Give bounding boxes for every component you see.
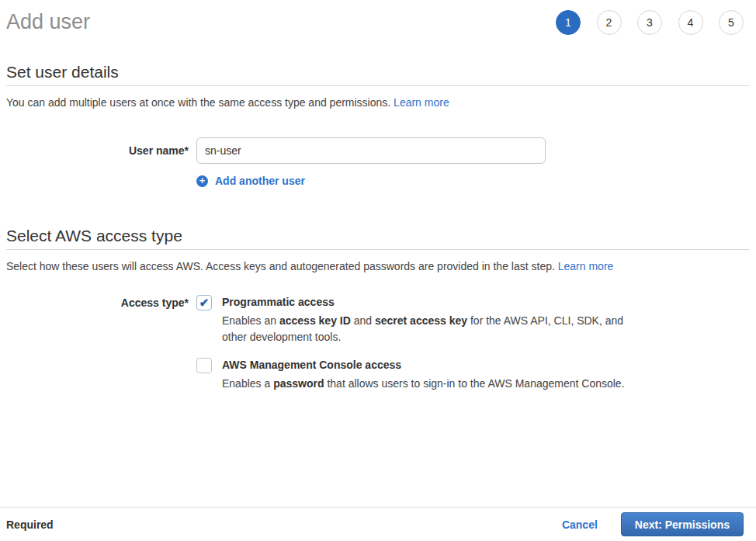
console-access-desc: Enables a password that allows users to …	[222, 376, 625, 392]
access-type-description-text: Select how these users will access AWS. …	[6, 260, 555, 272]
next-permissions-button[interactable]: Next: Permissions	[621, 512, 744, 536]
user-details-learn-more-link[interactable]: Learn more	[394, 96, 449, 109]
user-name-input[interactable]	[196, 137, 546, 164]
add-another-user-label: Add another user	[215, 175, 305, 187]
required-label: Required	[6, 518, 54, 531]
user-details-heading: Set user details	[6, 62, 750, 86]
desc-part: Enables an	[222, 314, 279, 327]
check-icon: ✔	[199, 297, 210, 308]
access-type-heading: Select AWS access type	[6, 226, 750, 250]
cancel-button[interactable]: Cancel	[562, 518, 598, 531]
access-type-label: Access type*	[6, 295, 189, 392]
access-type-description: Select how these users will access AWS. …	[6, 259, 750, 273]
wizard-step-3[interactable]: 3	[637, 10, 662, 35]
desc-part-bold: secret access key	[375, 314, 467, 327]
main-content: Set user details You can add multiple us…	[0, 62, 756, 392]
console-access-title[interactable]: AWS Management Console access	[222, 358, 625, 373]
console-access-checkbox[interactable]	[196, 358, 212, 373]
user-details-description-text: You can add multiple users at once with …	[6, 96, 390, 109]
programmatic-access-desc: Enables an access key ID and secret acce…	[222, 313, 627, 345]
wizard-footer: Required Cancel Next: Permissions	[0, 507, 756, 541]
access-type-options: ✔ Programmatic access Enables an access …	[196, 295, 627, 392]
programmatic-access-checkbox[interactable]: ✔	[196, 295, 212, 310]
plus-circle-icon: +	[196, 175, 208, 187]
wizard-step-1[interactable]: 1	[556, 10, 581, 35]
page-header: Add user 1 2 3 4 5	[0, 0, 756, 36]
section-user-details: Set user details You can add multiple us…	[6, 62, 750, 187]
wizard-step-2[interactable]: 2	[597, 10, 622, 35]
user-name-label: User name*	[6, 137, 189, 164]
user-name-row: User name*	[6, 137, 750, 164]
section-access-type: Select AWS access type Select how these …	[6, 226, 750, 392]
access-type-learn-more-link[interactable]: Learn more	[558, 260, 614, 272]
desc-part: that allows users to sign-in to the AWS …	[324, 377, 625, 390]
programmatic-access-title[interactable]: Programmatic access	[222, 295, 627, 310]
desc-part-bold: access key ID	[279, 314, 351, 327]
programmatic-access-text: Programmatic access Enables an access ke…	[222, 295, 627, 345]
wizard-step-indicator: 1 2 3 4 5	[556, 8, 744, 35]
desc-part: and	[351, 314, 375, 327]
option-console-access: AWS Management Console access Enables a …	[196, 358, 627, 392]
add-another-user-button[interactable]: + Add another user	[196, 175, 305, 187]
user-details-description: You can add multiple users at once with …	[6, 95, 750, 109]
access-type-row: Access type* ✔ Programmatic access Enabl…	[6, 295, 750, 392]
option-programmatic-access: ✔ Programmatic access Enables an access …	[196, 295, 627, 345]
wizard-step-4[interactable]: 4	[678, 10, 703, 35]
console-access-text: AWS Management Console access Enables a …	[222, 358, 625, 392]
page-title: Add user	[6, 8, 90, 36]
desc-part-bold: password	[273, 377, 324, 390]
wizard-step-5[interactable]: 5	[719, 10, 744, 35]
desc-part: Enables a	[222, 377, 273, 390]
